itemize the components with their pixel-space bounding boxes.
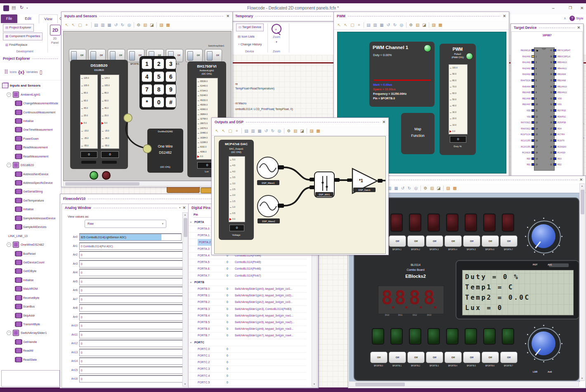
macro-GetIDByte[interactable]: GetIDByte <box>0 267 61 275</box>
pin-row-PORTB.5[interactable]: PORTB.50SwitchArraySlider1(pin5), keypad… <box>189 319 307 326</box>
app-icon[interactable] <box>3 5 9 11</box>
analog-input-An14[interactable]: 0 <box>79 358 183 365</box>
board-button-$PORTB.7[interactable]: Off <box>500 352 517 363</box>
macro-ResetMeasurement[interactable]: ResetMeasurement <box>0 152 61 161</box>
align-icon[interactable]: ◪ <box>149 22 155 28</box>
macro-ReadState[interactable]: ReadState <box>0 355 61 364</box>
close-icon[interactable]: ✕ <box>579 178 583 182</box>
board-button-$PORTA.3[interactable]: Off <box>426 235 443 247</box>
style-label[interactable]: Style <box>576 16 584 20</box>
print-icon[interactable]: ▦ <box>393 185 399 191</box>
board-button-$PORTB.0[interactable]: Off <box>370 352 388 363</box>
board-button-$PORTB.4[interactable]: Off <box>444 352 462 363</box>
board-button-$PORTB.3[interactable]: Off <box>426 352 443 363</box>
copy-icon[interactable]: ▤ <box>366 22 371 28</box>
print-icon[interactable]: ▦ <box>257 128 262 134</box>
expander-icon[interactable]: ▾ <box>190 339 191 346</box>
map-function-block[interactable]: Map Function <box>401 113 435 154</box>
macro-Initialise[interactable]: Initialise <box>0 117 61 125</box>
analog-input-An2[interactable]: 0 <box>79 251 183 258</box>
switch-$PORTB.7[interactable]: Off <box>205 49 222 62</box>
analog-input-An12[interactable]: 0 <box>79 340 183 347</box>
grid-icon[interactable]: ▧ <box>142 22 148 28</box>
settings-icon[interactable]: ⚙ <box>423 185 428 191</box>
pin-row-PORTB.2[interactable]: PORTB.20SwitchArraySlider1(pin2), keypad… <box>189 299 307 306</box>
pin-row-PORTC.0[interactable]: PORTC.00 <box>189 346 307 353</box>
macro-MatchROM[interactable]: MatchROM <box>0 284 61 293</box>
2d-panel-icon[interactable]: 2D <box>50 25 61 35</box>
board-button-$PORTB.2[interactable]: Off <box>407 352 425 363</box>
undo-icon[interactable]: ↺ <box>113 22 119 28</box>
align-icon[interactable]: ◪ <box>299 128 305 134</box>
copy-icon[interactable]: ▤ <box>93 22 99 28</box>
macros-icon[interactable]: ▯ <box>40 69 43 75</box>
close-icon[interactable]: ✕ <box>503 14 506 18</box>
macro-PowerDown[interactable]: PowerDown <box>0 134 61 143</box>
zoom-icon[interactable]: ◎ <box>413 185 419 191</box>
macro-AddressSpecificDevice[interactable]: AddressSpecificDevice <box>0 178 61 187</box>
analog-input-An0[interactable]: 825 ComboBL0114(LightSensor ADC) <box>79 234 182 241</box>
switch-handle[interactable] <box>71 51 77 61</box>
pin-row-PORTB.1[interactable]: PORTB.10SwitchArraySlider1(pin1), keypad… <box>189 292 307 299</box>
pin-row-PORTB.7[interactable]: PORTB.70SwitchArraySlider1(pin7), keypad… <box>189 332 307 339</box>
tab-view[interactable]: View <box>39 14 58 23</box>
pot-knob[interactable] <box>528 221 561 254</box>
vscroll-thumb[interactable] <box>184 218 187 237</box>
select-icon[interactable]: ↖ <box>214 128 220 134</box>
ribbon-change-history[interactable]: ◔ Change History <box>238 42 262 46</box>
pin-row-PORTB.4[interactable]: PORTB.40SwitchArraySlider1(pin4), keypad… <box>189 312 307 319</box>
marquee-icon[interactable]: ▢ <box>77 22 83 28</box>
analog-input-An8[interactable]: 0 <box>79 305 183 312</box>
board-button-$PORTA.6[interactable]: Off <box>482 235 499 247</box>
target-device-panel[interactable]: Target Device✕ 16F887 RE3/MCLR140RB7/ICS… <box>510 23 584 179</box>
pwm-pulse-block[interactable]: PWM Pulse2 (PWM CH1) 100.090.080.070.060… <box>440 44 476 155</box>
inputs-hscrollbar[interactable] <box>63 181 231 186</box>
slider-marker[interactable] <box>102 122 104 124</box>
key-2[interactable]: 2 <box>154 59 164 69</box>
pin-row-PORTB.6[interactable]: PORTB.60SwitchArraySlider1(pin6), keypad… <box>189 326 307 333</box>
macro-GetSerialString[interactable]: GetSerialString <box>0 187 61 196</box>
port-group-PORTC[interactable]: ▾PORTC <box>189 339 307 346</box>
zoom-icon[interactable]: ◎ <box>126 22 132 28</box>
board-button-$PORTA.1[interactable]: Off <box>389 235 406 247</box>
redo-icon[interactable]: ↻ <box>270 128 276 134</box>
paste-icon[interactable]: ▥ <box>372 22 378 28</box>
ribbon-find-replace[interactable]: ▧ Find/Replace <box>3 41 30 49</box>
key-7[interactable]: 7 <box>142 84 152 95</box>
panel-b-icon[interactable]: ▩ <box>165 22 171 28</box>
move-icon[interactable]: + <box>84 22 90 28</box>
analog-input-An10[interactable]: 0 <box>79 322 183 329</box>
close-button[interactable]: ✕ <box>580 6 584 10</box>
pin-row-PORTA.5[interactable]: PORTA.50ComboBL0114(PinA5) <box>189 259 307 266</box>
expander-icon[interactable]: − <box>7 92 11 97</box>
analog-input-An15[interactable]: 0 <box>79 367 183 374</box>
analog-input-An3[interactable]: 0 <box>79 261 183 268</box>
pin-row-PORTA.7[interactable]: PORTA.70ComboBL0114(PinA7) <box>189 272 307 279</box>
grid-icon[interactable]: ▧ <box>415 22 421 28</box>
analog-input-An7[interactable]: 0 <box>79 296 183 303</box>
component-AmbientLight1[interactable]: −AmbientLight1 <box>0 90 61 99</box>
pin-row-PORTA.6[interactable]: PORTA.60ComboBL0114(PinA6) <box>189 265 307 272</box>
ribbon-collapse-icon[interactable]: ∧ <box>564 16 566 20</box>
component-DS18B20[interactable]: −DS18B20 <box>0 161 61 169</box>
multi-select-icon[interactable]: ↖ <box>221 128 227 134</box>
analog-input-An16[interactable]: 0 <box>79 376 183 383</box>
key-9[interactable]: 9 <box>165 84 176 95</box>
scroll-down-icon[interactable]: ▼ <box>312 383 317 385</box>
key-1[interactable]: 1 <box>142 59 152 69</box>
switch-handle[interactable] <box>90 51 96 61</box>
quickbar-more-icon[interactable]: ▾ <box>26 7 28 10</box>
macro-AddressNextDevice[interactable]: AddressNextDevice <box>0 169 61 178</box>
ribbon-target-device[interactable]: ▭ Target Device <box>236 23 264 31</box>
scroll-up-icon[interactable]: ▲ <box>183 214 187 216</box>
key-0[interactable]: 0 <box>154 97 164 108</box>
macro-ReadAll[interactable]: ReadAll <box>0 346 61 355</box>
macro-GetTemperature[interactable]: GetTemperature <box>0 196 61 205</box>
zoom-icon[interactable]: ◎ <box>399 22 404 28</box>
settings-icon[interactable]: ⚙ <box>408 22 414 28</box>
macro-ReadMeasurement[interactable]: ReadMeasurement <box>0 143 61 152</box>
scroll-down-icon[interactable]: ▼ <box>183 383 187 385</box>
select-icon[interactable]: ↖ <box>336 22 342 28</box>
analog-input-An11[interactable]: 0 <box>79 331 183 338</box>
macro-BusReset[interactable]: BusReset <box>0 249 61 258</box>
